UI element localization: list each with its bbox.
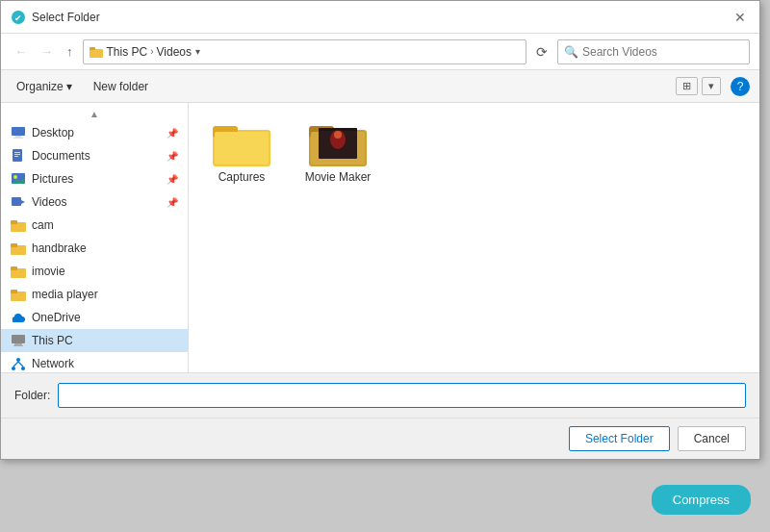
path-chevron: ›: [150, 46, 153, 57]
view-button[interactable]: ⊞: [676, 77, 698, 95]
sidebar-item-handbrake-label: handbrake: [32, 241, 87, 255]
forward-button[interactable]: →: [37, 42, 57, 61]
desktop-icon: [11, 125, 26, 140]
organize-chevron: ▾: [66, 80, 72, 93]
app-icon: ✔: [11, 10, 26, 25]
svg-rect-2: [90, 49, 103, 58]
svg-marker-15: [21, 200, 25, 204]
cancel-button[interactable]: Cancel: [678, 426, 746, 451]
media-player-folder-icon: [11, 287, 26, 302]
refresh-button[interactable]: ⟳: [532, 42, 552, 62]
sidebar-item-documents-label: Documents: [32, 149, 90, 163]
pictures-pin: 📌: [167, 174, 178, 185]
sidebar-item-desktop[interactable]: Desktop 📌: [1, 121, 188, 144]
sidebar-item-network-label: Network: [32, 357, 74, 370]
sidebar-item-network[interactable]: Network: [1, 352, 188, 372]
path-thispc[interactable]: This PC: [107, 45, 148, 59]
svg-rect-7: [13, 149, 22, 162]
address-dropdown-button[interactable]: ▾: [195, 46, 200, 57]
sidebar-item-imovie[interactable]: imovie: [1, 260, 188, 283]
svg-rect-25: [14, 343, 22, 345]
svg-point-29: [21, 367, 25, 370]
svg-rect-4: [12, 127, 25, 136]
search-icon: 🔍: [564, 45, 578, 59]
dialog-title: Select Folder: [32, 11, 100, 24]
sidebar-item-videos[interactable]: Videos 📌: [1, 190, 188, 214]
cam-folder-icon: [11, 217, 26, 233]
videos-icon: [11, 194, 26, 210]
path-folder-icon: [90, 46, 103, 58]
new-folder-button[interactable]: New folder: [88, 77, 154, 96]
svg-point-27: [16, 358, 20, 362]
imovie-folder-icon: [11, 264, 26, 279]
sidebar-item-cam-label: cam: [32, 218, 54, 232]
close-button[interactable]: ✕: [731, 10, 750, 25]
sidebar-item-media-player-label: media player: [32, 288, 98, 301]
sidebar-item-pictures-label: Pictures: [32, 172, 73, 186]
network-icon: [11, 356, 26, 371]
toolbar: Organize ▾ New folder ⊞ ▾ ?: [1, 70, 759, 103]
up-button[interactable]: ↑: [63, 42, 77, 61]
svg-rect-34: [215, 132, 269, 165]
videos-pin: 📌: [167, 197, 178, 208]
content-area: ▲ Desktop 📌 Documents: [1, 103, 759, 372]
svg-point-28: [12, 367, 15, 370]
folder-captures[interactable]: Captures: [198, 113, 285, 191]
svg-rect-19: [11, 243, 17, 247]
address-bar: ← → ↑ This PC › Videos ▾ ⟳ 🔍: [1, 34, 759, 70]
back-button[interactable]: ←: [11, 42, 31, 61]
svg-rect-5: [15, 136, 21, 138]
organize-label: Organize: [16, 80, 64, 93]
sidebar-item-documents[interactable]: Documents 📌: [1, 144, 188, 167]
folder-input[interactable]: [58, 383, 746, 408]
select-folder-dialog: ✔ Select Folder ✕ ← → ↑ This PC › Videos…: [0, 0, 760, 460]
svg-rect-24: [12, 335, 25, 343]
svg-rect-14: [12, 197, 21, 206]
sidebar-item-media-player[interactable]: media player: [1, 283, 188, 306]
svg-rect-17: [11, 220, 17, 224]
svg-rect-21: [11, 266, 17, 270]
sidebar: ▲ Desktop 📌 Documents: [1, 103, 189, 372]
button-area: Select Folder Cancel: [1, 418, 759, 459]
folder-label: Folder:: [14, 389, 50, 402]
svg-line-30: [13, 362, 18, 367]
address-path-text: This PC › Videos: [107, 45, 192, 59]
select-folder-button[interactable]: Select Folder: [569, 426, 670, 451]
svg-line-31: [18, 362, 23, 367]
handbrake-folder-icon: [11, 241, 26, 256]
search-input[interactable]: [582, 45, 727, 59]
sidebar-scroll-up[interactable]: ▲: [1, 107, 188, 121]
sidebar-item-videos-label: Videos: [32, 195, 66, 209]
view-dropdown-button[interactable]: ▾: [702, 77, 721, 95]
svg-rect-26: [13, 345, 23, 346]
title-bar: ✔ Select Folder ✕: [1, 1, 759, 34]
sidebar-item-this-pc-label: This PC: [32, 334, 73, 347]
this-pc-icon: [11, 333, 26, 348]
folder-movie-maker[interactable]: Movie Maker: [295, 113, 381, 191]
documents-icon: [11, 148, 26, 164]
documents-pin: 📌: [167, 151, 178, 162]
address-path[interactable]: This PC › Videos ▾: [83, 39, 527, 64]
sidebar-item-pictures[interactable]: Pictures 📌: [1, 167, 188, 190]
compress-button[interactable]: Compress: [652, 485, 751, 515]
onedrive-icon: [11, 310, 26, 325]
desktop-pin: 📌: [167, 128, 178, 139]
view-controls: ⊞ ▾: [676, 77, 721, 95]
movie-maker-label: Movie Maker: [305, 170, 372, 184]
sidebar-item-this-pc[interactable]: This PC: [1, 329, 188, 352]
captures-folder-icon: [213, 120, 270, 166]
svg-rect-9: [14, 154, 20, 155]
sidebar-item-handbrake[interactable]: handbrake: [1, 237, 188, 260]
sidebar-item-imovie-label: imovie: [32, 265, 65, 278]
sidebar-item-cam[interactable]: cam: [1, 214, 188, 237]
help-button[interactable]: ?: [731, 77, 750, 96]
organize-button[interactable]: Organize ▾: [11, 77, 78, 96]
path-videos[interactable]: Videos: [157, 45, 192, 59]
title-bar-left: ✔ Select Folder: [11, 10, 100, 25]
sidebar-item-desktop-label: Desktop: [32, 126, 74, 139]
svg-rect-41: [319, 128, 357, 131]
svg-rect-10: [14, 156, 18, 157]
svg-point-40: [334, 131, 342, 139]
pictures-icon: [11, 171, 26, 187]
sidebar-item-onedrive[interactable]: OneDrive: [1, 306, 188, 329]
